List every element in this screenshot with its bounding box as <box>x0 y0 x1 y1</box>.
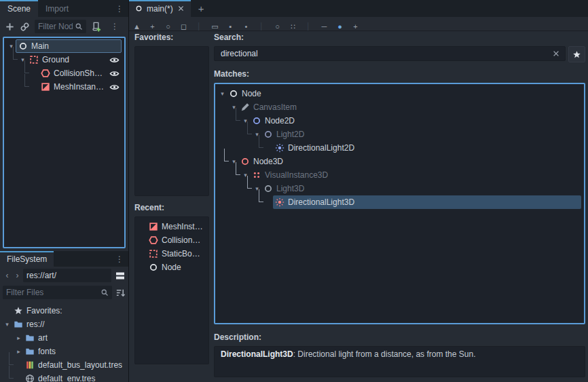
tree-item-res[interactable]: ▾res:// <box>0 318 128 331</box>
godot-editor-window: Scene Import ⋮ main(*) + ⋮ <box>0 0 588 382</box>
row-content: CollisionShape3d <box>39 66 122 80</box>
tree-item-staticbody3d[interactable]: StaticBody3D <box>135 247 208 261</box>
description-term: DirectionalLight3D <box>221 349 293 359</box>
tree-item-label: Favorites: <box>26 306 62 316</box>
tab-filesystem[interactable]: FileSystem <box>0 251 54 267</box>
nav-back-icon[interactable]: ‹ <box>3 271 12 280</box>
light-2d-icon <box>263 130 273 139</box>
instance-scene-link-icon[interactable] <box>20 22 30 32</box>
tree-item-meshinstance3d[interactable]: MeshInstance3d <box>4 80 124 94</box>
tree-item-node[interactable]: Node <box>135 261 208 274</box>
filter-node-field[interactable] <box>38 22 73 31</box>
clear-search-icon[interactable] <box>552 50 560 58</box>
canvas-item-icon <box>240 102 250 112</box>
tree-item-label: Ground <box>42 55 69 64</box>
path-field[interactable] <box>26 271 108 280</box>
chevron-down-icon[interactable]: ▾ <box>218 90 227 97</box>
tree-item-light3d[interactable]: ▾Light3D <box>215 182 584 195</box>
matches-label: Matches: <box>214 69 585 80</box>
indent-spacer <box>218 168 232 182</box>
favorite-toggle-button[interactable] <box>568 46 585 62</box>
add-node-icon[interactable] <box>5 22 15 32</box>
tab-scene-label: Scene <box>7 4 31 14</box>
row-content: StaticBody3D <box>147 247 206 261</box>
tree-item-light2d[interactable]: ▾Light2D <box>215 128 584 141</box>
filter-node-input[interactable] <box>35 20 86 33</box>
scene-tabbar: main(*) + <box>129 0 588 17</box>
visibility-eye-icon[interactable] <box>109 82 120 92</box>
description-text: DirectionalLight3D: Directional light fr… <box>214 346 585 377</box>
tree-item-visualinstance3d[interactable]: ▾VisualInstance3D <box>215 168 584 182</box>
toolbar-icon-fragment: ▪ <box>223 22 238 31</box>
nav-forward-icon[interactable]: › <box>13 271 22 280</box>
chevron-down-icon[interactable]: ▾ <box>3 321 12 328</box>
tree-item-collisionshape3d[interactable]: CollisionShape3D <box>135 233 208 247</box>
tree-item-label: Node3D <box>253 157 283 166</box>
tree-item-ground[interactable]: ▾Ground <box>4 53 124 66</box>
row-content: VisualInstance3D <box>250 168 581 182</box>
environment-icon <box>25 374 35 382</box>
toolbar-icon-fragment: ─ <box>316 22 332 31</box>
scene-tab-label: main(*) <box>147 4 173 14</box>
filesystem-menu-icon[interactable]: ⋮ <box>111 251 128 267</box>
chevron-right-icon[interactable]: ▸ <box>14 335 23 341</box>
tree-item-default-bus-layout-tres[interactable]: default_bus_layout.tres <box>0 358 128 372</box>
tree-item-main[interactable]: ▾Main <box>4 39 124 53</box>
tree-item-node2d[interactable]: ▾Node2D <box>215 114 584 128</box>
tree-item-meshinstance3d[interactable]: MeshInstance3D <box>135 220 208 233</box>
visibility-eye-icon[interactable] <box>109 69 120 79</box>
tree-item-label: art <box>38 333 48 343</box>
folder-icon <box>25 347 35 356</box>
scene-dock-menu-icon[interactable]: ⋮ <box>106 22 124 31</box>
filesystem-filter-row <box>0 284 128 301</box>
tab-import[interactable]: Import <box>38 0 76 17</box>
visibility-eye-icon[interactable] <box>109 55 120 65</box>
chevron-right-icon[interactable]: ▸ <box>14 348 23 355</box>
tree-item-label: CollisionShape3d <box>54 69 106 78</box>
recent-label: Recent: <box>134 203 209 214</box>
search-input[interactable] <box>214 46 566 61</box>
tree-guide-line <box>20 80 30 94</box>
node-2d-icon <box>252 116 261 126</box>
tree-item-label: Light2D <box>276 130 304 139</box>
tree-item-favorites[interactable]: Favorites: <box>0 304 128 318</box>
tab-scene[interactable]: Scene <box>0 0 38 17</box>
tree-guide-line <box>9 53 18 66</box>
folder-icon <box>14 320 23 329</box>
scene-tab-main[interactable]: main(*) <box>129 0 191 17</box>
tree-item-collisionshape3d[interactable]: CollisionShape3d <box>4 66 124 80</box>
tree-item-directionallight3d[interactable]: DirectionalLight3D <box>215 195 584 209</box>
tree-item-node[interactable]: ▾Node <box>215 87 584 100</box>
indent-spacer <box>3 331 14 345</box>
tree-item-default-env-tres[interactable]: default_env.tres <box>0 372 128 382</box>
tree-item-fonts[interactable]: ▸fonts <box>0 345 128 358</box>
row-content: Light3D <box>261 182 581 195</box>
path-input[interactable] <box>23 269 111 282</box>
tree-item-label: DirectionalLight3D <box>288 197 354 207</box>
tab-import-label: Import <box>45 4 69 14</box>
static-body-3d-icon <box>149 249 158 259</box>
dock-menu-icon[interactable]: ⋮ <box>111 0 128 17</box>
row-content: Node <box>147 261 206 274</box>
tree-item-label: default_env.tres <box>38 374 96 382</box>
toggle-split-mode-icon[interactable] <box>115 270 126 281</box>
tree-item-directionallight2d[interactable]: DirectionalLight2D <box>215 141 584 155</box>
tree-item-node3d[interactable]: ▾Node3D <box>215 155 584 168</box>
viewport-toolbar-clipped: ▲+○◻│▭▪•│○∷│─●+ <box>129 17 588 31</box>
create-node-dialog: Favorites: Recent: MeshInstance3DCollisi… <box>129 31 588 382</box>
add-scene-button[interactable]: + <box>191 0 212 17</box>
toolbar-icon-fragment: ○ <box>160 22 176 31</box>
tree-item-label: default_bus_layout.tres <box>38 360 122 370</box>
close-icon[interactable] <box>177 5 185 12</box>
favorites-list[interactable] <box>134 46 209 196</box>
tree-guide-line <box>220 155 229 168</box>
indent-spacer <box>218 128 243 141</box>
sort-files-icon[interactable] <box>115 288 126 298</box>
tree-item-art[interactable]: ▸art <box>0 331 128 345</box>
tree-item-label: res:// <box>26 320 45 329</box>
tree-item-canvasitem[interactable]: ▾CanvasItem <box>215 100 584 114</box>
attach-script-icon[interactable] <box>91 22 101 32</box>
search-field[interactable] <box>219 48 549 59</box>
filter-files-input[interactable] <box>3 286 112 299</box>
filter-files-field[interactable] <box>6 288 98 297</box>
